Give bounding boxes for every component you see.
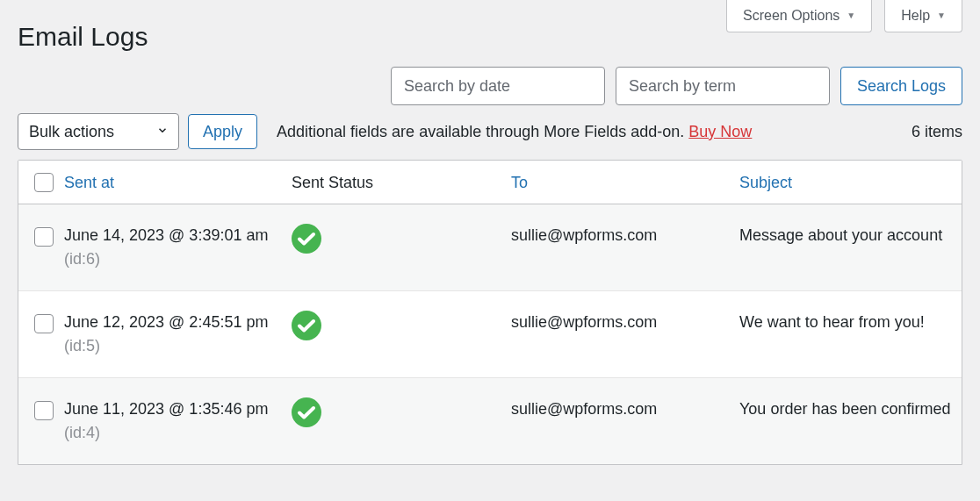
table-row: June 11, 2023 @ 1:35:46 pm (id:4) sullie… <box>18 378 962 465</box>
search-logs-button[interactable]: Search Logs <box>840 67 962 105</box>
col-sent-at[interactable]: Sent at <box>59 161 283 204</box>
logs-table-wrap: Sent at Sent Status To Subject June 14, … <box>18 160 962 465</box>
search-date-input[interactable] <box>391 67 605 105</box>
select-all-cell <box>18 161 59 204</box>
row-id-label: (id:6) <box>64 250 100 268</box>
controls-row: Bulk actions Apply Additional fields are… <box>18 113 962 150</box>
bulk-actions-select[interactable]: Bulk actions <box>18 113 179 150</box>
to-value: sullie@wpforms.com <box>511 313 657 331</box>
apply-button[interactable]: Apply <box>188 114 257 149</box>
page-title: Email Logs <box>18 19 148 54</box>
logs-table: Sent at Sent Status To Subject June 14, … <box>18 161 962 464</box>
col-sent-status: Sent Status <box>283 161 502 204</box>
subject-value: You order has been confirmed <box>739 400 951 418</box>
table-row: June 14, 2023 @ 3:39:01 am (id:6) sullie… <box>18 204 962 291</box>
chevron-down-icon: ▼ <box>937 11 946 20</box>
col-subject[interactable]: Subject <box>731 161 962 204</box>
sent-at-value: June 11, 2023 @ 1:35:46 pm <box>64 400 268 418</box>
row-id-label: (id:4) <box>64 424 100 441</box>
search-row: Search Logs <box>391 67 962 105</box>
search-term-input[interactable] <box>616 67 830 105</box>
table-header-row: Sent at Sent Status To Subject <box>18 161 962 204</box>
sent-at-value: June 12, 2023 @ 2:45:51 pm <box>64 313 268 331</box>
to-value: sullie@wpforms.com <box>511 226 657 244</box>
help-label: Help <box>901 9 930 23</box>
select-all-checkbox[interactable] <box>34 173 54 192</box>
bulk-actions-wrap: Bulk actions <box>18 113 179 150</box>
top-bar: Screen Options ▼ Help ▼ <box>726 0 962 32</box>
row-id-label: (id:5) <box>64 337 100 354</box>
addon-notice: Additional fields are available through … <box>277 123 903 141</box>
buy-now-link[interactable]: Buy Now <box>688 123 752 140</box>
addon-notice-text: Additional fields are available through … <box>277 123 688 140</box>
row-checkbox[interactable] <box>34 227 54 247</box>
status-sent-icon <box>292 224 321 254</box>
item-count: 6 items <box>912 123 962 141</box>
sent-at-value: June 14, 2023 @ 3:39:01 am <box>64 226 268 244</box>
status-sent-icon <box>292 311 321 340</box>
row-checkbox[interactable] <box>34 401 54 420</box>
status-sent-icon <box>292 397 321 427</box>
subject-value: Message about your account <box>739 226 942 244</box>
table-row: June 12, 2023 @ 2:45:51 pm (id:5) sullie… <box>18 291 962 378</box>
subject-value: We want to hear from you! <box>739 313 925 331</box>
help-button[interactable]: Help ▼ <box>884 0 962 32</box>
to-value: sullie@wpforms.com <box>511 400 657 418</box>
col-to[interactable]: To <box>502 161 731 204</box>
screen-options-button[interactable]: Screen Options ▼ <box>726 0 872 32</box>
chevron-down-icon: ▼ <box>847 11 855 20</box>
row-checkbox[interactable] <box>34 314 54 333</box>
screen-options-label: Screen Options <box>743 9 839 23</box>
logs-tbody: June 14, 2023 @ 3:39:01 am (id:6) sullie… <box>18 204 962 465</box>
page-root: Screen Options ▼ Help ▼ Email Logs Searc… <box>0 0 980 501</box>
